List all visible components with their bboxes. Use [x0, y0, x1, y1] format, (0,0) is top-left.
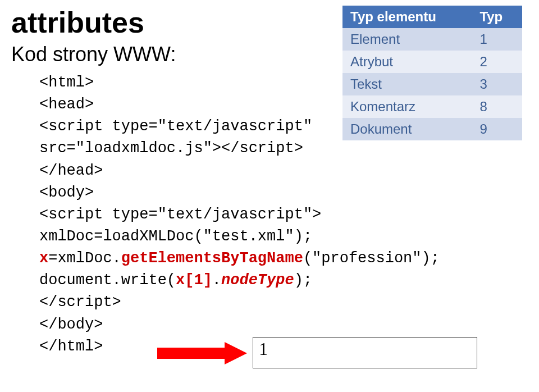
- code-text: document.write(: [39, 272, 176, 289]
- code-line: x=xmlDoc.getElementsByTagName("professio…: [39, 250, 440, 267]
- code-line: src="loadxmldoc.js"></script>: [39, 140, 303, 157]
- table-cell-val: 3: [472, 73, 522, 95]
- result-box: 1: [253, 337, 477, 368]
- table-cell-val: 1: [472, 28, 522, 51]
- table-cell-name: Tekst: [342, 73, 472, 95]
- table-header-row: Typ elementu Typ: [342, 6, 522, 28]
- code-text: =xmlDoc.: [48, 250, 121, 267]
- table-cell-val: 9: [472, 118, 522, 140]
- table-row: Element 1: [342, 28, 522, 51]
- types-table-wrap: Typ elementu Typ Element 1 Atrybut 2 Tek…: [342, 6, 522, 140]
- code-line: </script>: [39, 294, 121, 311]
- code-line: <script type="text/javascript": [39, 118, 312, 135]
- table-row: Atrybut 2: [342, 51, 522, 73]
- code-line: <html>: [39, 74, 94, 91]
- table-row: Tekst 3: [342, 73, 522, 95]
- code-text: );: [294, 272, 312, 289]
- code-line: </body>: [39, 316, 103, 333]
- table-cell-name: Komentarz: [342, 95, 472, 118]
- code-line: </head>: [39, 162, 103, 179]
- code-line: <script type="text/javascript">: [39, 206, 321, 223]
- code-text: ("profession");: [303, 250, 440, 267]
- table-row: Dokument 9: [342, 118, 522, 140]
- table-cell-val: 2: [472, 51, 522, 73]
- code-prop-nodetype: nodeType: [221, 272, 294, 289]
- table-cell-name: Dokument: [342, 118, 472, 140]
- code-var-x: x: [39, 250, 48, 267]
- code-method: getElementsByTagName: [121, 250, 303, 267]
- code-line: document.write(x[1].nodeType);: [39, 272, 312, 289]
- table-cell-name: Atrybut: [342, 51, 472, 73]
- table-cell-name: Element: [342, 28, 472, 51]
- table-header-type: Typ: [472, 6, 522, 28]
- types-table: Typ elementu Typ Element 1 Atrybut 2 Tek…: [342, 6, 522, 140]
- arrow-head: [225, 342, 247, 364]
- code-line: xmlDoc=loadXMLDoc("test.xml");: [39, 228, 312, 245]
- table-row: Komentarz 8: [342, 95, 522, 118]
- arrow-icon: [157, 342, 247, 364]
- code-line: <body>: [39, 184, 94, 201]
- code-line: <head>: [39, 96, 94, 113]
- code-index: x[1]: [176, 272, 212, 289]
- table-header-type-element: Typ elementu: [342, 6, 472, 28]
- code-line: </html>: [39, 338, 103, 355]
- arrow-shaft: [157, 348, 225, 359]
- code-text: .: [212, 272, 221, 289]
- table-cell-val: 8: [472, 95, 522, 118]
